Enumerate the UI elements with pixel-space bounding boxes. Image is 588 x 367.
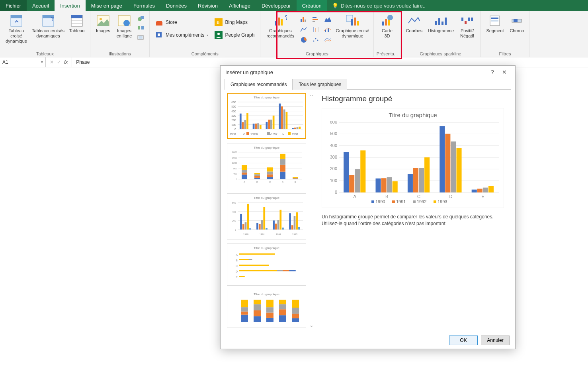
scatter-chart-button[interactable] — [310, 35, 322, 45]
shapes-button[interactable] — [137, 14, 145, 23]
svg-rect-57 — [465, 21, 467, 24]
sparkline-line-button[interactable]: Courbes — [403, 12, 425, 48]
online-images-button[interactable]: Imagesen ligne — [113, 12, 135, 48]
tell-me[interactable]: 💡Dites-nous ce que vous voulez faire.. — [327, 0, 588, 11]
svg-text:D: D — [236, 270, 238, 273]
svg-rect-82 — [246, 113, 248, 129]
svg-rect-139 — [280, 172, 285, 179]
svg-rect-25 — [275, 21, 277, 26]
recommended-pivots-button[interactable]: ?Tableaux croisésdynamiques — [30, 12, 66, 48]
svg-rect-100 — [294, 128, 296, 129]
close-button[interactable]: ✕ — [498, 66, 510, 78]
sparkline-winloss-button[interactable]: Positif/Négatif — [456, 12, 478, 48]
tab-home[interactable]: Accueil — [27, 0, 55, 11]
svg-text:100: 100 — [231, 124, 236, 126]
svg-rect-214 — [266, 318, 273, 322]
timeline-button[interactable]: Chrono — [507, 12, 527, 48]
tab-file[interactable]: Fichier — [0, 0, 27, 11]
chart-thumbnail[interactable]: Titre du graphique0100200300400500600ABC… — [227, 93, 306, 139]
chart-thumbnail[interactable]: Titre du graphique0400800120016002000ABC… — [227, 143, 306, 189]
tab-formulas[interactable]: Formules — [128, 0, 160, 11]
svg-rect-210 — [254, 316, 261, 322]
svg-rect-209 — [241, 300, 248, 307]
svg-text:400: 400 — [330, 143, 337, 148]
svg-rect-91 — [270, 120, 272, 129]
pivots-icon: ? — [41, 14, 55, 27]
stock-chart-button[interactable] — [310, 24, 322, 35]
recommended-charts-button[interactable]: ?Graphiquesrecommandés — [263, 12, 298, 48]
svg-point-10 — [100, 18, 102, 20]
tab-review[interactable]: Révision — [192, 0, 223, 11]
svg-rect-86 — [257, 123, 259, 129]
thumb-scrollbar[interactable]: ︿﹀ — [309, 90, 315, 332]
group-filters: Filtres — [499, 50, 511, 56]
chart-thumbnail[interactable]: Titre du graphique — [227, 290, 306, 328]
tab-design[interactable]: Création — [297, 0, 327, 11]
tab-all-charts[interactable]: Tous les graphiques — [293, 79, 347, 90]
screenshot-button[interactable] — [137, 33, 145, 42]
svg-rect-199 — [239, 270, 277, 271]
images-button[interactable]: Images — [93, 12, 113, 48]
svg-rect-245 — [375, 179, 381, 192]
svg-point-42 — [315, 38, 316, 39]
svg-rect-246 — [381, 178, 387, 192]
image-icon — [96, 14, 110, 27]
tab-insert[interactable]: Insertion — [55, 0, 86, 11]
chart-thumbnail[interactable]: Titre du graphique0200400600199019911992… — [227, 193, 306, 239]
help-button[interactable]: ? — [486, 66, 498, 78]
svg-text:C: C — [236, 265, 238, 267]
tab-data[interactable]: Données — [160, 0, 192, 11]
svg-text:1991: 1991 — [260, 233, 265, 236]
pivot-table-button[interactable]: Tableau croisédynamique — [2, 12, 30, 48]
svg-rect-146 — [293, 178, 298, 179]
svg-rect-62 — [491, 20, 498, 22]
line-chart-button[interactable] — [298, 24, 310, 35]
ok-button[interactable]: OK — [449, 336, 478, 345]
addins-button[interactable]: Mes compléments ▾ — [154, 29, 210, 41]
enter-formula-icon[interactable]: ✓ — [57, 59, 61, 65]
svg-text:E: E — [295, 181, 296, 183]
chart-thumbnail[interactable]: Titre du graphiqueABCDE — [227, 243, 306, 286]
tab-pagelayout[interactable]: Mise en page — [86, 0, 128, 11]
bar-chart-button[interactable] — [310, 14, 322, 24]
group-illustrations: Illustrations — [109, 50, 131, 56]
pie-chart-button[interactable] — [298, 35, 310, 45]
timeline-icon — [510, 14, 524, 27]
sparkcol-icon — [434, 14, 447, 27]
svg-text:A: A — [354, 194, 357, 199]
svg-rect-189 — [239, 259, 249, 260]
3d-map-button[interactable]: Carte3D — [376, 12, 398, 48]
scroll-down-icon[interactable]: ﹀ — [310, 324, 314, 330]
sparkline-column-button[interactable]: Histogramme — [425, 12, 456, 48]
surface-chart-button[interactable] — [322, 35, 334, 45]
svg-rect-137 — [267, 167, 273, 171]
svg-rect-106 — [246, 132, 249, 135]
fx-icon[interactable]: fx — [64, 59, 68, 65]
cancel-formula-icon[interactable]: ✕ — [50, 59, 54, 65]
svg-text:0: 0 — [335, 190, 337, 194]
svg-text:600: 600 — [330, 121, 337, 124]
column-chart-button[interactable] — [298, 14, 310, 24]
smartart-button[interactable] — [137, 24, 145, 32]
svg-point-51 — [387, 15, 393, 20]
svg-rect-31 — [305, 20, 306, 22]
cancel-button[interactable]: Annuler — [481, 336, 510, 345]
name-box[interactable]: A1▼ — [0, 57, 46, 67]
area-chart-button[interactable] — [322, 14, 334, 24]
svg-text:D: D — [282, 181, 284, 183]
scroll-up-icon[interactable]: ︿ — [310, 92, 314, 98]
tab-view[interactable]: Affichage — [223, 0, 256, 11]
svg-point-12 — [123, 20, 130, 26]
store-button[interactable]: Store — [154, 16, 210, 28]
tab-developer[interactable]: Développeur — [256, 0, 297, 11]
combo-chart-button[interactable] — [322, 24, 334, 35]
bing-maps-button[interactable]: bBing Maps — [213, 16, 256, 28]
svg-rect-94 — [279, 104, 281, 129]
people-graph-button[interactable]: People Graph — [213, 29, 256, 41]
svg-rect-134 — [267, 177, 273, 179]
pivot-chart-button[interactable]: Graphique croisédynamique — [334, 12, 371, 48]
slicer-button[interactable]: Segment — [483, 12, 507, 48]
table-button[interactable]: Tableau — [66, 12, 88, 48]
tab-recommended-charts[interactable]: Graphiques recommandés — [225, 79, 293, 90]
winloss-icon — [460, 14, 474, 27]
